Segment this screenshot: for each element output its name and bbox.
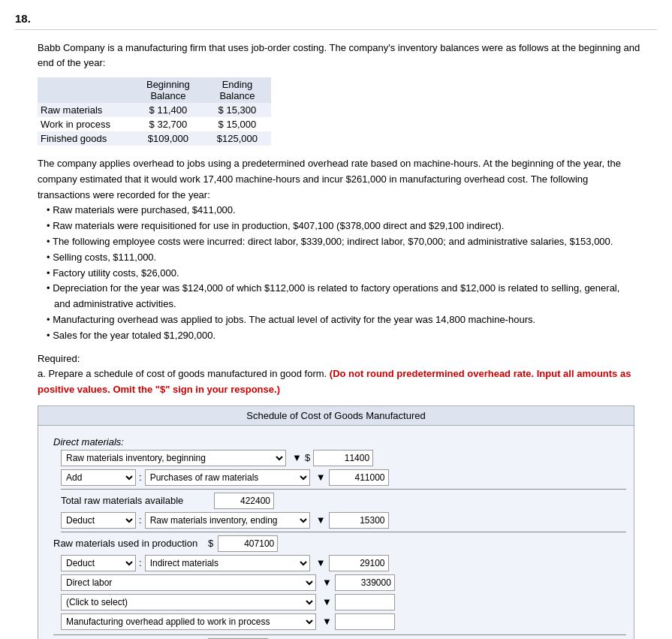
click-select-dropdown[interactable]: (Click to select)	[61, 594, 316, 610]
raw-ending-select[interactable]: Raw materials inventory, ending	[145, 512, 310, 529]
required-a-text: a. Prepare a schedule of cost of goods m…	[38, 366, 634, 398]
col-header-beginning: BeginningBalance	[133, 77, 203, 103]
raw-used-label: Raw materials used in production	[53, 538, 203, 549]
bullet-1: Raw materials were purchased, $411,000.	[45, 203, 634, 219]
inv-row-fg-beginning: $109,000	[133, 131, 203, 146]
indirect-materials-select[interactable]: Indirect materials	[145, 555, 310, 571]
raw-used-input[interactable]: 407100	[218, 535, 278, 552]
inv-row-raw-ending: $ 15,300	[203, 103, 271, 117]
problem-number: 18.	[15, 12, 657, 30]
total-raw-input[interactable]: 422400	[214, 493, 274, 509]
raw-materials-beginning-row: Raw materials inventory, beginning ▼ $ 1…	[61, 450, 626, 466]
schedule-body: Direct materials: Raw materials inventor…	[38, 426, 634, 639]
details-section: The company applies overhead to jobs usi…	[38, 156, 634, 344]
indirect-deduct-select[interactable]: Deduct Add	[61, 555, 136, 571]
click-select-input[interactable]	[335, 594, 395, 610]
add-select[interactable]: Add Deduct	[61, 469, 136, 486]
raw-used-dollar: $	[208, 538, 213, 549]
inv-row-fg-label: Finished goods	[38, 131, 133, 146]
purchases-select[interactable]: Purchases of raw materials	[145, 469, 310, 486]
inv-row-raw-beginning: $ 11,400	[133, 103, 203, 117]
bullet-2: Raw materials were requisitioned for use…	[45, 219, 634, 234]
raw-used-row: Raw materials used in production $ 40710…	[53, 535, 626, 552]
bullet-4: Selling costs, $111,000.	[45, 250, 634, 266]
schedule-title: Schedule of Cost of Goods Manufactured	[38, 406, 634, 426]
raw-ending-input[interactable]: 15300	[329, 512, 389, 529]
indirect-materials-input[interactable]: 29100	[329, 555, 389, 571]
purchases-input[interactable]: 411000	[329, 469, 389, 486]
mfg-overhead-row: Manufacturing overhead applied to work i…	[61, 613, 626, 630]
deduct-select[interactable]: Deduct Add	[61, 512, 136, 529]
inventory-table: BeginningBalance EndingBalance Raw mater…	[38, 77, 271, 146]
add-purchases-row: Add Deduct : Purchases of raw materials …	[61, 469, 626, 486]
inv-row-wip-beginning: $ 32,700	[133, 117, 203, 131]
direct-labor-input[interactable]: 339000	[335, 574, 395, 591]
direct-labor-row: Direct labor ▼ 339000	[61, 574, 626, 591]
raw-beginning-select[interactable]: Raw materials inventory, beginning	[61, 450, 286, 466]
bullet-7: Manufacturing overhead was applied to jo…	[45, 312, 634, 328]
mfg-overhead-select[interactable]: Manufacturing overhead applied to work i…	[61, 613, 316, 630]
bullet-6: Depreciation for the year was $124,000 o…	[45, 281, 634, 312]
raw-beginning-input[interactable]: 11400	[313, 450, 373, 466]
inv-row-wip-ending: $ 15,000	[203, 117, 271, 131]
click-select-row: (Click to select) ▼	[61, 594, 626, 610]
inv-row-wip-label: Work in process	[38, 117, 133, 131]
bullet-list: Raw materials were purchased, $411,000. …	[38, 203, 634, 343]
direct-materials-label: Direct materials:	[53, 436, 626, 448]
required-label: Required:	[38, 351, 634, 367]
inv-row-raw-label: Raw materials	[38, 103, 133, 117]
total-raw-row: Total raw materials available 422400	[61, 493, 626, 509]
total-raw-label: Total raw materials available	[61, 495, 211, 506]
intro-text: Babb Company is a manufacturing firm tha…	[38, 41, 657, 70]
direct-labor-select[interactable]: Direct labor	[61, 574, 316, 591]
bullet-3: The following employee costs were incurr…	[45, 234, 634, 250]
raw-beginning-dollar: $	[305, 452, 310, 463]
col-header-ending: EndingBalance	[203, 77, 271, 103]
schedule-container: Schedule of Cost of Goods Manufactured D…	[38, 405, 634, 639]
deduct-raw-ending-row: Deduct Add : Raw materials inventory, en…	[61, 512, 626, 529]
required-section: Required: a. Prepare a schedule of cost …	[38, 351, 634, 398]
col-header-blank	[38, 77, 133, 103]
bullet-5: Factory utility costs, $26,000.	[45, 266, 634, 282]
indirect-materials-row: Deduct Add : Indirect materials ▼ 29100	[61, 555, 626, 571]
inv-row-fg-ending: $125,000	[203, 131, 271, 146]
mfg-overhead-input[interactable]	[335, 613, 395, 630]
details-intro: The company applies overhead to jobs usi…	[38, 156, 634, 203]
bullet-8: Sales for the year totaled $1,290,000.	[45, 328, 634, 344]
